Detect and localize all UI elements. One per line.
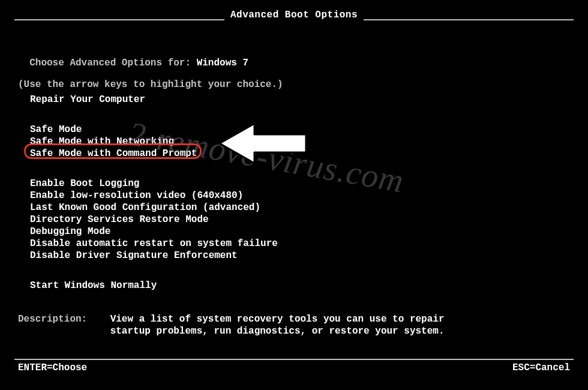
- option-safe-mode[interactable]: Safe Mode: [30, 124, 197, 136]
- option-group-3: Enable Boot Logging Enable low-resolutio…: [30, 178, 278, 262]
- description-label: Description:: [18, 314, 87, 325]
- intro-prefix: Choose Advanced Options for:: [29, 58, 196, 68]
- intro-block: Choose Advanced Options for: Windows 7 (…: [18, 47, 283, 101]
- option-last-known-good[interactable]: Last Known Good Configuration (advanced): [30, 202, 278, 214]
- page-title-text: Advanced Boot Options: [224, 10, 364, 20]
- description-line1: View a list of system recovery tools you…: [110, 314, 445, 325]
- option-dsrm[interactable]: Directory Services Restore Mode: [30, 214, 278, 226]
- intro-os: Windows 7: [197, 58, 248, 68]
- option-low-res-video[interactable]: Enable low-resolution video (640x480): [30, 190, 278, 202]
- bottom-rule: [14, 359, 574, 360]
- option-group-4: Start Windows Normally: [30, 280, 157, 292]
- intro-hint: (Use the arrow keys to highlight your ch…: [18, 79, 283, 90]
- option-enable-boot-logging[interactable]: Enable Boot Logging: [30, 178, 278, 190]
- description-block: Description: View a list of system recov…: [18, 313, 445, 337]
- option-disable-driver-sig[interactable]: Disable Driver Signature Enforcement: [30, 250, 278, 262]
- description-line2: startup problems, run diagnostics, or re…: [110, 326, 445, 337]
- page-title: Advanced Boot Options: [0, 10, 588, 20]
- option-group-1: Repair Your Computer: [30, 94, 145, 106]
- option-debugging-mode[interactable]: Debugging Mode: [30, 226, 278, 238]
- footer-enter: ENTER=Choose: [18, 362, 87, 373]
- option-repair-your-computer[interactable]: Repair Your Computer: [30, 94, 145, 106]
- option-disable-auto-restart[interactable]: Disable automatic restart on system fail…: [30, 238, 278, 250]
- footer-esc: ESC=Cancel: [512, 362, 570, 373]
- option-start-windows-normally[interactable]: Start Windows Normally: [30, 280, 157, 292]
- annotation-arrow-icon: [217, 120, 308, 167]
- annotation-highlight-box: [24, 143, 202, 159]
